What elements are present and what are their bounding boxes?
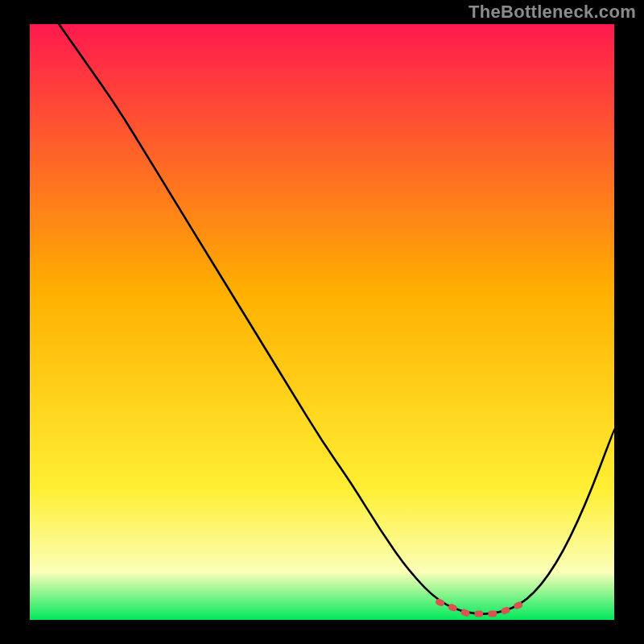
watermark-text: TheBottleneck.com [469,2,636,23]
plot-background [30,24,614,620]
chart-svg [0,0,644,644]
chart-container: TheBottleneck.com [0,0,644,644]
